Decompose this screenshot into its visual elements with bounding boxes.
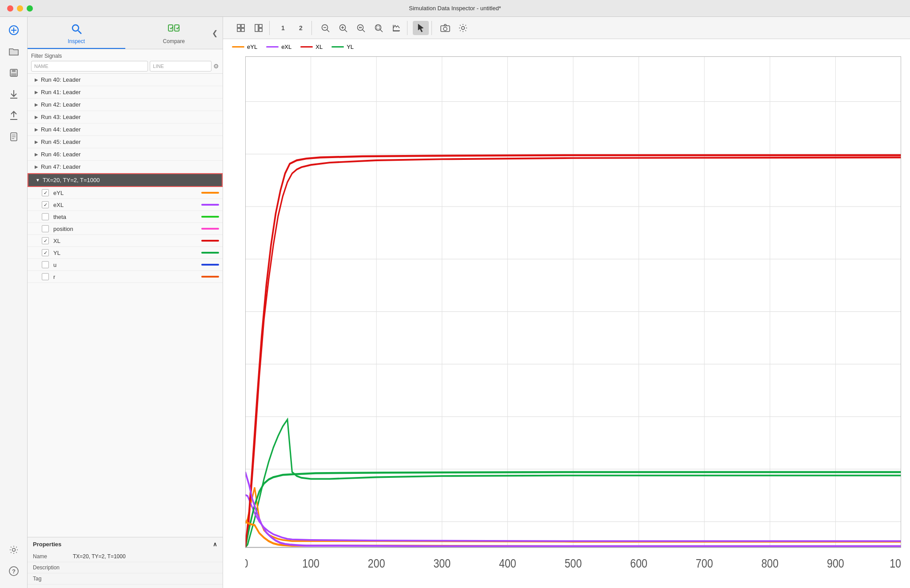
chart-container[interactable]: 0 2 4 6 8 10 12 14 16 18 0 100 200 300 4… <box>223 52 910 588</box>
signal-checkbox-r[interactable] <box>42 273 49 280</box>
run-label: Run 45: Leader <box>41 139 81 145</box>
legend-line-eXL <box>266 46 279 48</box>
run-item-44[interactable]: ▶ Run 44: Leader <box>28 123 223 136</box>
run-item-42[interactable]: ▶ Run 42: Leader <box>28 99 223 111</box>
tab-inspect[interactable]: Inspect <box>28 20 125 49</box>
run-item-47[interactable]: ▶ Run 47: Leader <box>28 161 223 173</box>
signal-name-theta: theta <box>53 214 201 220</box>
grid4-button[interactable] <box>233 21 249 35</box>
signal-name-r: r <box>53 274 201 280</box>
window-controls <box>7 5 33 12</box>
legend-label-XL: XL <box>315 44 323 50</box>
tab-compare-label: Compare <box>163 38 185 44</box>
zoom-out-button[interactable] <box>317 21 333 35</box>
minimize-button[interactable] <box>17 5 23 12</box>
run-item-43[interactable]: ▶ Run 43: Leader <box>28 111 223 123</box>
run-item-41[interactable]: ▶ Run 41: Leader <box>28 86 223 99</box>
sidebar: Inspect Compare ❮ Filter Signals NAM <box>28 17 223 588</box>
run-expanded[interactable]: ▼ TX=20, TY=2, T=1000 <box>28 173 223 187</box>
filter-settings-icon[interactable]: ⚙ <box>213 63 219 70</box>
svg-text:200: 200 <box>368 556 385 570</box>
run-arrow: ▶ <box>35 90 38 95</box>
properties-header[interactable]: Properties ∧ <box>28 537 223 551</box>
legend-item-XL: XL <box>300 44 323 50</box>
signal-row-XL: ✓ XL <box>28 235 223 247</box>
compare-icon <box>168 23 180 37</box>
run-arrow: ▶ <box>35 77 38 82</box>
prop-row-name: Name TX=20, TY=2, T=1000 <box>28 551 223 562</box>
signal-color-YL <box>201 252 219 254</box>
settings-button[interactable] <box>4 540 24 560</box>
legend-item-eXL: eXL <box>266 44 291 50</box>
svg-text:1000: 1000 <box>890 556 901 570</box>
properties-collapse-icon: ∧ <box>213 541 217 548</box>
add-button[interactable] <box>4 20 24 40</box>
prop-row-tag: Tag <box>28 573 223 584</box>
prop-key-tag: Tag <box>33 576 73 582</box>
signal-color-eXL <box>201 204 219 206</box>
legend: eYL eXL XL YL <box>223 39 910 52</box>
maximize-button[interactable] <box>27 5 33 12</box>
signal-color-r <box>201 276 219 278</box>
run-label: Run 41: Leader <box>41 89 81 95</box>
window-title: Simulation Data Inspector - untitled* <box>409 5 501 12</box>
help-button[interactable]: ? <box>4 561 24 581</box>
run-label: Run 46: Leader <box>41 151 81 158</box>
signal-color-theta <box>201 216 219 218</box>
filter-line-col[interactable]: LINE <box>150 61 212 72</box>
upload-button[interactable] <box>4 106 24 125</box>
layout-group <box>230 21 270 35</box>
legend-label-eXL: eXL <box>281 44 291 50</box>
plot-area: 1 2 <box>223 17 910 588</box>
signal-checkbox-eYL[interactable]: ✓ <box>42 189 49 196</box>
num1-button[interactable]: 1 <box>275 21 291 35</box>
run-item-46[interactable]: ▶ Run 46: Leader <box>28 148 223 161</box>
run-label: Run 40: Leader <box>41 76 81 83</box>
run-label: Run 42: Leader <box>41 101 81 108</box>
filter-label: Filter Signals <box>31 53 219 59</box>
signal-checkbox-eXL[interactable]: ✓ <box>42 201 49 208</box>
close-button[interactable] <box>7 5 13 12</box>
svg-rect-5 <box>11 73 16 76</box>
svg-point-14 <box>12 548 15 552</box>
fit-all-button[interactable] <box>388 21 404 35</box>
notes-button[interactable] <box>4 127 24 147</box>
signal-color-XL <box>201 240 219 242</box>
download-button[interactable] <box>4 84 24 104</box>
num2-button[interactable]: 2 <box>293 21 309 35</box>
zoom-group <box>315 21 407 35</box>
zoom-region-button[interactable] <box>371 21 387 35</box>
run-label: Run 44: Leader <box>41 126 81 133</box>
app-body: ? Inspect <box>0 17 910 588</box>
svg-rect-24 <box>241 28 244 32</box>
plot-settings-button[interactable] <box>455 21 471 35</box>
legend-item-eYL: eYL <box>232 44 257 50</box>
cursor-button[interactable] <box>413 21 429 35</box>
zoom-fit-button[interactable] <box>353 21 369 35</box>
properties-content: Name TX=20, TY=2, T=1000 Description Tag <box>28 551 223 588</box>
svg-rect-4 <box>12 69 16 72</box>
save-button[interactable] <box>4 63 24 83</box>
svg-text:900: 900 <box>827 556 844 570</box>
svg-text:300: 300 <box>433 556 451 570</box>
signal-checkbox-theta[interactable] <box>42 213 49 220</box>
zoom-in-button[interactable] <box>335 21 351 35</box>
folder-button[interactable] <box>4 42 24 61</box>
signal-checkbox-XL[interactable]: ✓ <box>42 237 49 244</box>
signal-name-eYL: eYL <box>53 190 201 196</box>
grid-split-button[interactable] <box>251 21 267 35</box>
svg-text:?: ? <box>12 568 16 575</box>
plot-toolbar: 1 2 <box>223 17 910 39</box>
svg-rect-23 <box>237 28 240 32</box>
signal-checkbox-position[interactable] <box>42 225 49 232</box>
filter-name-col[interactable]: NAME <box>31 61 148 72</box>
run-item-40[interactable]: ▶ Run 40: Leader <box>28 74 223 86</box>
svg-line-29 <box>327 30 329 32</box>
svg-line-39 <box>380 30 383 32</box>
camera-button[interactable] <box>437 21 453 35</box>
signal-row-eXL: ✓ eXL <box>28 199 223 211</box>
signal-checkbox-YL[interactable]: ✓ <box>42 249 49 256</box>
signal-checkbox-u[interactable] <box>42 261 49 268</box>
sidebar-collapse-button[interactable]: ❮ <box>207 17 223 49</box>
run-item-45[interactable]: ▶ Run 45: Leader <box>28 136 223 148</box>
